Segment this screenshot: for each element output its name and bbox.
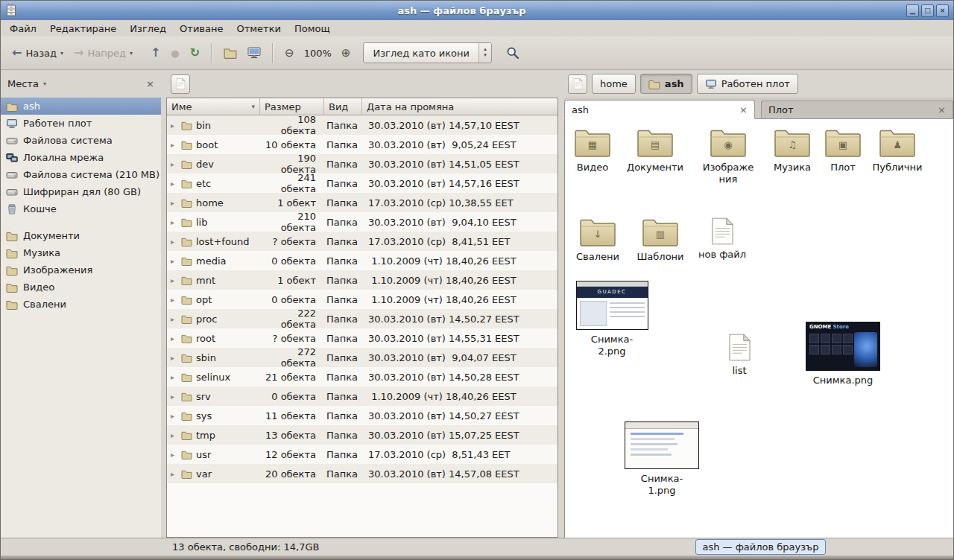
table-row[interactable]: ▸dev190 обектаПапка30.03.2010 (вт) 14,51… xyxy=(167,154,557,174)
places-dropdown-icon[interactable]: ▾ xyxy=(43,80,46,87)
table-row[interactable]: ▸srv0 обектаПапка 1.10.2009 (чт) 18,40,2… xyxy=(167,386,557,406)
expander-icon[interactable]: ▸ xyxy=(171,354,177,362)
menu-item[interactable]: Отиване xyxy=(173,21,230,36)
minimize-button[interactable]: ▁ xyxy=(906,4,919,17)
table-row[interactable]: ▸home1 обектПапка17.03.2010 (ср) 10,38,5… xyxy=(167,193,557,212)
search-button[interactable] xyxy=(501,43,525,63)
table-row[interactable]: ▸media0 обектаПапка 1.10.2009 (чт) 18,40… xyxy=(167,251,557,270)
location-toggle-button[interactable] xyxy=(171,74,190,94)
zoom-out-button[interactable]: ⊖ xyxy=(279,45,300,62)
titlebar[interactable]: ash — файлов браузър ▁ □ × xyxy=(1,1,953,20)
icon-item[interactable]: ◉Изображения xyxy=(701,128,756,185)
column-header[interactable]: Размер xyxy=(260,98,324,115)
sidebar-item[interactable]: ash xyxy=(1,98,161,115)
sidebar-item[interactable]: Свалени xyxy=(1,296,161,313)
pathbar-root-button[interactable] xyxy=(568,74,587,94)
pane-splitter-2[interactable] xyxy=(558,70,564,538)
table-row[interactable]: ▸etc241 обектаПапка30.03.2010 (вт) 14,57… xyxy=(167,174,557,193)
up-button[interactable]: ↑ xyxy=(145,44,165,62)
expander-icon[interactable]: ▸ xyxy=(171,470,177,478)
table-row[interactable]: ▸selinux21 обектаПапка30.03.2010 (вт) 14… xyxy=(167,367,557,386)
icon-item[interactable]: ▦Видео xyxy=(565,128,620,174)
icon-item[interactable]: ▣Плот xyxy=(824,128,862,174)
expander-icon[interactable]: ▸ xyxy=(171,141,177,149)
path-button[interactable]: home xyxy=(592,74,636,94)
tab[interactable]: Плот× xyxy=(761,101,953,118)
sidebar-item[interactable]: Документи xyxy=(1,227,161,244)
expander-icon[interactable]: ▸ xyxy=(171,412,177,420)
expander-icon[interactable]: ▸ xyxy=(171,392,177,401)
table-row[interactable]: ▸root? обектаПапка30.03.2010 (вт) 14,55,… xyxy=(167,328,557,348)
taskbar-window-button[interactable]: ash — файлов браузър xyxy=(695,539,826,555)
forward-dropdown-icon[interactable]: ▾ xyxy=(130,50,133,57)
menu-item[interactable]: Отметки xyxy=(230,21,287,36)
menu-item[interactable]: Помощ xyxy=(288,21,337,36)
sidebar-item[interactable]: Файлова система xyxy=(1,132,161,149)
sidebar-item[interactable]: Работен плот xyxy=(1,115,161,132)
table-row[interactable]: ▸mnt1 обектПапка 1.10.2009 (чт) 18,40,26… xyxy=(167,270,557,290)
table-row[interactable]: ▸tmp13 обектаПапка30.03.2010 (вт) 15,07,… xyxy=(167,425,557,445)
expander-icon[interactable]: ▸ xyxy=(171,257,177,265)
forward-button[interactable]: → Напред ▾ xyxy=(69,44,138,62)
table-row[interactable]: ▸proc222 обектаПапка30.03.2010 (вт) 14,5… xyxy=(167,309,557,328)
expander-icon[interactable]: ▸ xyxy=(171,218,177,226)
back-button[interactable]: ← Назад ▾ xyxy=(7,44,69,62)
pane-splitter[interactable] xyxy=(161,70,166,538)
icon-item[interactable]: GNOME StoreСнимка.png xyxy=(806,322,880,386)
expander-icon[interactable]: ▸ xyxy=(171,160,177,168)
places-title[interactable]: Места xyxy=(7,78,39,89)
tab-close-icon[interactable]: × xyxy=(739,104,748,115)
icon-item[interactable]: ♫Музика xyxy=(770,128,815,174)
table-row[interactable]: ▸bin108 обектаПапка30.03.2010 (вт) 14,57… xyxy=(167,115,557,135)
table-row[interactable]: ▸opt0 обектаПапка 1.10.2009 (чт) 18,40,2… xyxy=(167,290,557,309)
sidebar-item[interactable]: Кошче xyxy=(1,200,161,217)
icon-item[interactable]: нов файл xyxy=(698,217,747,261)
icon-item[interactable]: ▤Документи xyxy=(623,128,687,174)
table-row[interactable]: ▸sys11 обектаПапка30.03.2010 (вт) 14,50,… xyxy=(167,406,557,425)
expander-icon[interactable]: ▸ xyxy=(171,334,177,343)
icon-item[interactable]: Снимка-1.png xyxy=(625,421,699,496)
table-row[interactable]: ▸usr12 обектаПапка17.03.2010 (ср) 8,51,4… xyxy=(167,445,557,464)
tab[interactable]: ash× xyxy=(564,100,755,119)
table-row[interactable]: ▸lost+found? обектаПапка17.03.2010 (ср) … xyxy=(167,232,557,251)
maximize-button[interactable]: □ xyxy=(921,4,934,17)
sidebar-item[interactable]: Музика xyxy=(1,244,161,261)
view-mode-stepper[interactable]: ▴ ▾ xyxy=(478,43,491,63)
sidebar-item[interactable]: Шифриран дял (80 GB) xyxy=(1,183,161,200)
tab-close-icon[interactable]: × xyxy=(938,104,946,115)
expander-icon[interactable]: ▸ xyxy=(171,315,177,323)
menu-item[interactable]: Файл xyxy=(3,21,43,36)
close-button[interactable]: × xyxy=(936,4,949,17)
path-button[interactable]: ash xyxy=(640,74,692,94)
column-header[interactable]: Вид xyxy=(324,98,362,115)
column-header[interactable]: Име▾ xyxy=(167,98,260,115)
back-dropdown-icon[interactable]: ▾ xyxy=(60,50,63,57)
path-button[interactable]: Работен плот xyxy=(697,74,798,94)
menu-item[interactable]: Редактиране xyxy=(43,21,123,36)
home-button[interactable] xyxy=(218,44,242,62)
icon-item[interactable]: ▥Шаблони xyxy=(635,217,686,263)
expander-icon[interactable]: ▸ xyxy=(171,451,177,459)
sidebar-item[interactable]: Локална мрежа xyxy=(1,149,161,166)
stop-button[interactable]: ● xyxy=(165,45,184,61)
menu-item[interactable]: Изглед xyxy=(123,21,173,36)
sidebar-item[interactable]: Видео xyxy=(1,279,161,296)
expander-icon[interactable]: ▸ xyxy=(171,373,177,381)
expander-icon[interactable]: ▸ xyxy=(171,276,177,284)
expander-icon[interactable]: ▸ xyxy=(171,296,177,304)
expander-icon[interactable]: ▸ xyxy=(171,179,177,188)
view-mode-select[interactable]: Изглед като икони ▴ ▾ xyxy=(363,42,492,63)
icon-item[interactable]: ↓Свалени xyxy=(573,217,622,263)
computer-button[interactable] xyxy=(242,44,266,62)
icon-item[interactable]: GUADECСнимка-2.png xyxy=(576,281,648,357)
sidebar-item[interactable]: Изображения xyxy=(1,261,161,279)
places-close-icon[interactable]: × xyxy=(146,78,154,89)
expander-icon[interactable]: ▸ xyxy=(171,238,177,246)
table-row[interactable]: ▸lib210 обектаПапка30.03.2010 (вт) 9,04,… xyxy=(167,212,557,232)
sidebar-item[interactable]: Файлова система (210 MB) xyxy=(1,166,161,183)
table-row[interactable]: ▸boot10 обектаПапка30.03.2010 (вт) 9,05,… xyxy=(167,135,557,154)
reload-button[interactable]: ↻ xyxy=(185,44,205,62)
icon-item[interactable]: ♟Публични xyxy=(871,128,924,174)
expander-icon[interactable]: ▸ xyxy=(171,431,177,439)
column-header[interactable]: Дата на промяна xyxy=(362,98,557,115)
